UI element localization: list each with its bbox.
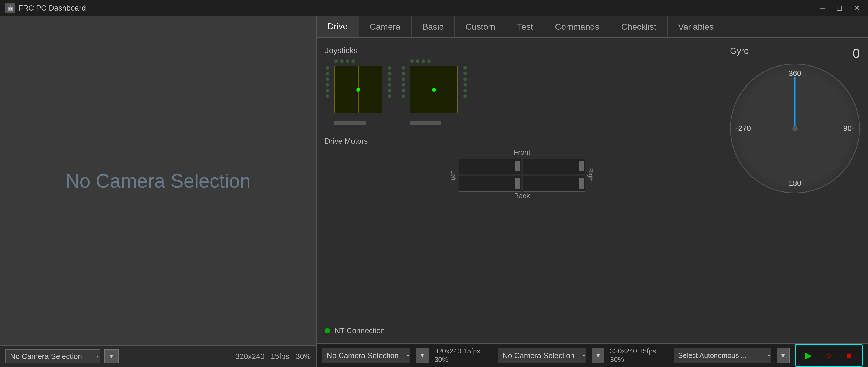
bottom-right-camera-select[interactable]: No Camera Selection (498, 348, 586, 363)
minimize-button[interactable]: ─ (817, 2, 828, 13)
bottom-right-camera-dropdown[interactable]: ▼ (592, 348, 605, 363)
tab-bar: Drive Camera Basic Custom Test Commands … (317, 16, 868, 38)
dot (326, 66, 329, 69)
motors-row-front (459, 159, 585, 174)
motor-front-right (523, 159, 585, 174)
motor-handle (516, 178, 520, 189)
joystick-2-top-dots (410, 60, 431, 63)
app-title: FRC PC Dashboard (19, 4, 86, 12)
camera-view: No Camera Selection (0, 16, 316, 345)
joystick-1-right-dots (388, 66, 391, 98)
autonomous-select[interactable]: Select Autonomous ... (674, 348, 771, 363)
drive-motors-section: Drive Motors Front Left (325, 137, 719, 202)
left-side-label: Left (448, 169, 458, 181)
joystick-1-left-dots (326, 66, 329, 98)
joystick-2-dot (432, 88, 436, 92)
left-controls: Joysticks (325, 46, 719, 335)
right-panel: Drive Camera Basic Custom Test Commands … (317, 16, 868, 367)
motor-front-left (459, 159, 521, 174)
motors-row-back (459, 176, 585, 192)
gyro-value: 0 (852, 46, 860, 61)
dot (464, 66, 467, 69)
nt-connection-dot (325, 328, 330, 333)
front-label: Front (514, 148, 530, 157)
joystick-2-grid (410, 66, 458, 113)
dot (402, 94, 405, 98)
joystick-1 (325, 59, 392, 126)
dot (402, 72, 405, 75)
autonomous-dropdown-btn[interactable]: ▼ (777, 348, 789, 363)
motor-handle (579, 178, 584, 189)
dot (340, 60, 344, 63)
left-camera-select[interactable]: No Camera Selection (5, 349, 100, 364)
bottom-left-cam-info: 320x240 15fps 30% (434, 347, 487, 364)
dot (326, 77, 329, 81)
tab-custom[interactable]: Custom (455, 16, 506, 37)
tab-test[interactable]: Test (506, 16, 544, 37)
nt-connection-label: NT Connection (334, 327, 385, 335)
gyro-needle-svg (731, 64, 859, 193)
left-camera-bottom-bar: No Camera Selection ▼ 320x240 15fps 30% (0, 345, 316, 367)
record-button[interactable]: ○ (820, 347, 837, 364)
dot (464, 89, 467, 92)
dot (326, 89, 329, 92)
motor-back-left (459, 176, 521, 192)
left-camera-dropdown-btn[interactable]: ▼ (104, 349, 119, 364)
joystick-2-slider (410, 121, 441, 125)
dot (464, 72, 467, 75)
gyro-section: Gyro 0 360 180 -270 90- (730, 46, 860, 335)
dot (388, 77, 391, 81)
joystick-1-dot (356, 88, 360, 92)
dot (326, 83, 329, 87)
titlebar: 🤖 FRC PC Dashboard ─ □ ✕ (0, 0, 868, 16)
bottom-left-camera-dropdown[interactable]: ▼ (416, 348, 429, 363)
stop-button[interactable]: ■ (840, 347, 858, 364)
dot (326, 94, 329, 98)
play-button[interactable]: ▶ (800, 347, 817, 364)
motors-wrapper: Front Left (325, 148, 719, 202)
dot (351, 60, 355, 63)
joystick-1-grid (334, 66, 382, 113)
tab-variables[interactable]: Variables (668, 16, 725, 37)
bottom-left-camera-select[interactable]: No Camera Selection (322, 348, 410, 363)
maximize-button[interactable]: □ (834, 2, 844, 13)
joystick-2-left-dots (402, 66, 405, 98)
back-label: Back (514, 192, 530, 200)
right-side-label: Right (586, 167, 595, 183)
gyro-header: Gyro 0 (730, 46, 860, 61)
dot (402, 77, 405, 81)
dot (464, 77, 467, 81)
app-icon: 🤖 (5, 3, 15, 13)
drive-motors-label: Drive Motors (325, 137, 719, 145)
left-camera-info: 320x240 15fps 30% (236, 352, 311, 361)
dot (388, 89, 391, 92)
dot (334, 60, 338, 63)
tab-camera[interactable]: Camera (359, 16, 411, 37)
joystick-2-crosshair (410, 66, 457, 113)
titlebar-left: 🤖 FRC PC Dashboard (5, 3, 86, 13)
drive-content: Joysticks (317, 38, 868, 343)
left-panel: No Camera Selection No Camera Selection … (0, 16, 317, 367)
control-buttons-group: ▶ ○ ■ (795, 344, 863, 367)
joysticks-section: Joysticks (325, 46, 719, 126)
main-container: No Camera Selection No Camera Selection … (0, 16, 868, 367)
tab-commands[interactable]: Commands (544, 16, 611, 37)
joysticks-label: Joysticks (325, 46, 719, 55)
joystick-1-top-dots (334, 60, 355, 63)
bottom-bar: No Camera Selection ▼ 320x240 15fps 30% … (317, 343, 868, 367)
joystick-1-slider (334, 121, 366, 125)
dot (388, 94, 391, 98)
close-button[interactable]: ✕ (851, 2, 863, 13)
joystick-2-right-dots (464, 66, 467, 98)
motors-cols (459, 159, 585, 192)
gyro-label: Gyro (730, 46, 749, 61)
dot (402, 83, 405, 87)
dot (427, 60, 431, 63)
motor-back-right (523, 176, 585, 192)
tab-checklist[interactable]: Checklist (611, 16, 668, 37)
tab-basic[interactable]: Basic (411, 16, 455, 37)
motor-handle (579, 161, 584, 171)
tab-drive[interactable]: Drive (317, 16, 359, 37)
svg-point-1 (792, 126, 798, 131)
joysticks-container (325, 59, 719, 126)
